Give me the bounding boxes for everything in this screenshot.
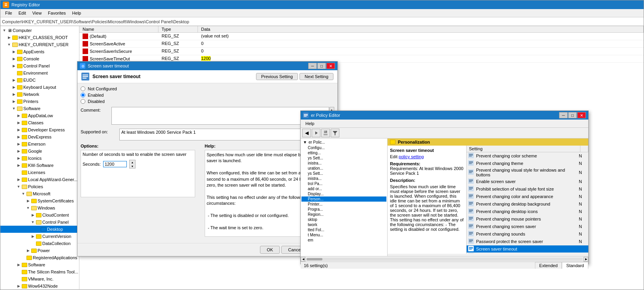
gpe-tree-item-15[interactable]: sktop <box>301 217 386 222</box>
radio-enabled-input[interactable] <box>81 93 85 97</box>
setting-row-state: N <box>579 209 587 214</box>
gpe-close[interactable]: ✕ <box>577 112 586 118</box>
gpe-tree-item-19[interactable]: em <box>301 238 386 243</box>
gpe-setting-row-0[interactable]: Prevent changing color scheme N <box>467 152 588 160</box>
gpe-setting-row-1[interactable]: Prevent changing theme N <box>467 160 588 167</box>
options-box: Number of seconds to wait to enable the … <box>81 150 195 197</box>
gpe-setting-row-10[interactable]: Prevent changing sounds N <box>467 230 588 238</box>
gpe-tree-person[interactable]: Person... <box>301 196 386 202</box>
scroll-left-btn[interactable]: ◀ <box>301 257 305 262</box>
svg-rect-59 <box>469 226 472 227</box>
gpe-tree-item-2[interactable]: etting... <box>301 150 386 155</box>
gpe-tree-item-6[interactable]: ys Sett... <box>301 171 386 176</box>
toolbar-back[interactable]: ◀ <box>302 129 311 137</box>
radio-disabled[interactable]: Disabled <box>81 99 334 104</box>
svg-rect-11 <box>304 115 308 116</box>
gpe-setting-row-13[interactable]: Force specific screen saver N <box>467 253 588 254</box>
dialog-body: Not Configured Enabled Disabled Comment: <box>77 83 337 243</box>
toolbar-filter[interactable] <box>331 129 339 137</box>
gpe-setting-row-11[interactable]: Password protect the screen saver N <box>467 238 588 245</box>
ok-button[interactable]: OK <box>260 246 280 254</box>
gpe-setting-row-4[interactable]: Prohibit selection of visual style font … <box>467 185 588 193</box>
gpe-tree-item-8[interactable]: trol Pa... <box>301 181 386 186</box>
gpe-setting-row-8[interactable]: Prevent changing mouse pointers N <box>467 215 588 223</box>
gpe-tree-item-3[interactable]: ys Sett... <box>301 155 386 161</box>
gpe-setting-row-12[interactable]: Screen saver timeout <box>467 245 588 253</box>
setting-row-label: Prevent changing theme <box>475 161 579 166</box>
setting-row-icon <box>468 153 475 159</box>
svg-rect-51 <box>469 211 472 212</box>
gpe-body: ▼ er Polic... Configu... etting... ys Se… <box>301 138 588 256</box>
next-setting-button[interactable]: Next Setting <box>299 73 333 80</box>
svg-rect-22 <box>469 155 473 156</box>
dialog-header-title: Screen saver timeout <box>92 74 140 79</box>
gpe-tree-item-7[interactable]: inistra... <box>301 176 386 181</box>
svg-rect-71 <box>469 249 472 250</box>
gpe-setting-row-5[interactable]: Prevent changing color and appearance N <box>467 193 588 200</box>
gpe-tree-root[interactable]: ▼ er Polic... <box>301 139 386 145</box>
gpe-setting-row-7[interactable]: Prevent changing desktop icons N <box>467 208 588 215</box>
col-state <box>580 146 588 152</box>
svg-rect-65 <box>469 239 473 240</box>
svg-rect-45 <box>469 202 473 203</box>
gpe-settings-list: Setting Prevent changing color scheme N … <box>467 146 588 254</box>
minimize-button[interactable]: ─ <box>308 63 317 69</box>
policy-setting-link[interactable]: policy setting <box>399 154 424 159</box>
setting-row-icon <box>468 223 475 230</box>
gpe-tree-item-9[interactable]: add or... <box>301 186 386 191</box>
setting-row-icon <box>468 216 475 222</box>
gpe-tree-item-16[interactable]: twork <box>301 222 386 227</box>
toolbar-forward[interactable] <box>312 129 320 137</box>
radio-not-configured-input[interactable] <box>81 86 85 91</box>
setting-row-state: N <box>579 187 587 191</box>
svg-rect-67 <box>469 241 472 242</box>
gpe-tree-item-12[interactable]: Printer... <box>301 202 386 207</box>
gpe-menu-help[interactable]: Help <box>302 120 318 127</box>
gpe-tree-item-18[interactable]: t Menu... <box>301 232 386 238</box>
gpe-tree-item-1[interactable]: Configu... <box>301 145 386 150</box>
scrollbar-track <box>306 258 583 261</box>
prev-setting-button[interactable]: Previous Setting <box>256 73 298 80</box>
dialog-title-controls: ─ □ ✕ <box>308 63 335 69</box>
scroll-right-btn[interactable]: ▶ <box>584 257 588 262</box>
dialog-title-bar: ⚙ Screen saver timeout ─ □ ✕ <box>77 62 337 70</box>
gpe-status-tabs: 16 setting(s) Extended Standard <box>301 262 588 269</box>
toolbar-save[interactable] <box>321 129 330 137</box>
gpe-tree-item-10[interactable]: Display... <box>301 191 386 196</box>
seconds-input[interactable] <box>103 161 127 167</box>
gpe-setting-row-9[interactable]: Prevent changing screen saver N <box>467 223 588 230</box>
spin-down-button[interactable]: ▼ <box>130 164 135 168</box>
gpe-minimize[interactable]: ─ <box>559 112 568 118</box>
svg-rect-27 <box>469 163 472 164</box>
gpe-tree-item-14[interactable]: Region... <box>301 212 386 217</box>
close-button[interactable]: ✕ <box>326 63 335 69</box>
gpe-tree-item-5[interactable]: uration... <box>301 166 386 171</box>
spin-up-button[interactable]: ▲ <box>130 160 135 164</box>
gpe-maximize[interactable]: □ <box>568 112 577 118</box>
gpe-setting-row-6[interactable]: Prevent changing desktop background N <box>467 200 588 208</box>
settings-col-header: Setting <box>467 146 588 152</box>
options-section: Options: Number of seconds to wait to en… <box>81 144 195 237</box>
gpe-icon <box>303 112 309 118</box>
gpe-toolbar: ◀ <box>301 128 588 138</box>
radio-disabled-input[interactable] <box>81 99 85 104</box>
gpe-tree-item-17[interactable]: tted Fol... <box>301 227 386 232</box>
gpe-setting-row-3[interactable]: Enable screen saver N <box>467 178 588 185</box>
gpe-tree-item-4[interactable]: inistra... <box>301 161 386 166</box>
setting-row-icon <box>468 201 475 207</box>
gpe-setting-row-2[interactable]: Prevent changing visual style for window… <box>467 167 588 178</box>
svg-rect-41 <box>469 195 473 195</box>
gpe-tree-item-13[interactable]: Progra... <box>301 207 386 212</box>
dialog-header-icon <box>81 73 89 80</box>
radio-not-configured[interactable]: Not Configured <box>81 86 334 91</box>
svg-rect-69 <box>469 247 473 248</box>
tab-extended[interactable]: Extended <box>535 262 562 269</box>
gpe-edit-link: Edit policy setting <box>390 154 464 159</box>
radio-enabled[interactable]: Enabled <box>81 93 334 97</box>
setting-row-state: N <box>579 170 587 175</box>
setting-row-label: Prevent changing screen saver <box>475 224 579 229</box>
setting-row-icon <box>468 178 475 185</box>
tab-standard[interactable]: Standard <box>562 262 588 269</box>
maximize-button[interactable]: □ <box>317 63 326 69</box>
col-setting: Setting <box>467 146 580 152</box>
